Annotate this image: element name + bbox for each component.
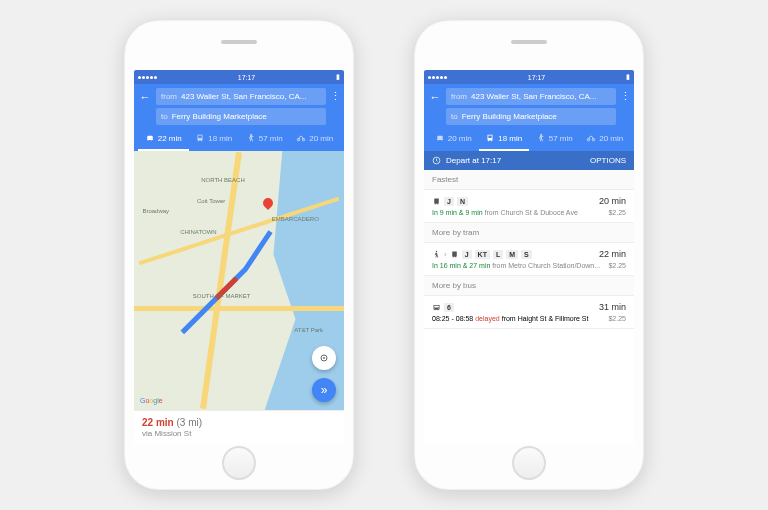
back-button[interactable]: ← [138,91,152,103]
line-badge: N [457,197,468,206]
locate-button[interactable] [312,346,336,370]
line-badge: J [462,250,472,259]
crosshair-icon [318,352,330,364]
map[interactable]: NORTH BEACH Coit Tower CHINATOWN EMBARCA… [134,151,344,410]
walk-icon [536,133,546,143]
chevron-right-icon: › [444,250,447,259]
status-bar: 17:17 ▮ [134,70,344,84]
line-badge: L [493,250,503,259]
from-field[interactable]: from 423 Waller St, San Francisco, CA... [156,88,326,105]
map-label: EMBARCADERO [272,216,319,222]
map-label: SOUTH OF MARKET [193,293,251,299]
bus-icon [432,303,441,312]
to-field[interactable]: to Ferry Building Marketplace [446,108,616,125]
line-badge: KT [475,250,490,259]
line-badge: M [506,250,518,259]
tab-walk[interactable]: 57 min [239,128,290,151]
directions-header: ← from 423 Waller St, San Francisco, CA.… [134,84,344,151]
mode-tabs: 22 min 18 min 57 min 20 min [138,128,340,151]
route-price: $2.25 [608,262,626,269]
bike-icon [586,133,596,143]
tab-car[interactable]: 22 min [138,128,189,151]
route-price: $2.25 [608,315,626,322]
delayed-badge: delayed [475,315,500,322]
train-icon [485,133,495,143]
section-header: Fastest [424,170,634,190]
map-label: AT&T Park [294,327,323,333]
tram-icon [450,250,459,259]
options-button[interactable]: OPTIONS [590,156,626,165]
car-icon [435,133,445,143]
tab-transit[interactable]: 18 min [479,128,530,151]
route-duration: 20 min [599,196,626,206]
map-label: NORTH BEACH [201,177,245,183]
route-duration: 31 min [599,302,626,312]
svg-point-9 [436,250,438,252]
transit-routes-list: Fastest J N 20 min In 9 min & 9 min from… [424,170,634,444]
route-duration: 22 min [599,249,626,259]
chevrons-right-icon: » [321,383,328,397]
back-button[interactable]: ← [428,91,442,103]
mode-tabs: 20 min 18 min 57 min 20 min [428,128,630,151]
overflow-menu-icon[interactable]: ⋮ [330,90,340,103]
transit-options-bar: Depart at 17:17 OPTIONS [424,151,634,170]
route-item[interactable]: › J KT L M S 22 min In 16 min & 27 min f… [424,243,634,276]
tab-car[interactable]: 20 min [428,128,479,151]
route-via: via Mission St [142,429,336,438]
phone-left: 17:17 ▮ ← from 423 Waller St, San Franci… [124,20,354,490]
tab-walk-label: 57 min [259,134,283,143]
route-item[interactable]: J N 20 min In 9 min & 9 min from Church … [424,190,634,223]
walk-icon [246,133,256,143]
map-label: Broadway [142,208,169,214]
map-attribution: Google [140,397,163,404]
depart-from: from Metro Church Station/Down... [492,262,600,269]
depart-time-button[interactable]: Depart at 17:17 [446,156,501,165]
battery-icon: ▮ [336,73,340,81]
tab-bike[interactable]: 20 min [290,128,341,151]
route-summary-card[interactable]: 22 min (3 mi) via Mission St [134,410,344,444]
tab-bike[interactable]: 20 min [580,128,631,151]
status-bar: 17:17 ▮ [424,70,634,84]
route-distance: (3 mi) [176,417,202,428]
depart-from: from Church St & Duboce Ave [485,209,578,216]
car-icon [145,133,155,143]
tab-transit-label: 18 min [208,134,232,143]
line-badge: J [444,197,454,206]
section-header: More by bus [424,276,634,296]
to-field[interactable]: to Ferry Building Marketplace [156,108,326,125]
tram-icon [432,197,441,206]
from-value: 423 Waller St, San Francisco, CA... [181,92,307,101]
depart-times: In 9 min & 9 min [432,209,483,216]
from-label: from [161,92,177,101]
train-icon [195,133,205,143]
route-time: 22 min [142,417,174,428]
svg-point-4 [324,358,325,359]
tab-car-label: 22 min [158,134,182,143]
route-price: $2.25 [608,209,626,216]
battery-icon: ▮ [626,73,630,81]
tab-transit[interactable]: 18 min [189,128,240,151]
bike-icon [296,133,306,143]
route-item[interactable]: 6 31 min 08:25 - 08:58 delayed from Haig… [424,296,634,329]
line-badge: 6 [444,303,454,312]
from-field[interactable]: from 423 Waller St, San Francisco, CA... [446,88,616,105]
depart-times: In 16 min & 27 min [432,262,490,269]
tab-bike-label: 20 min [309,134,333,143]
tab-walk[interactable]: 57 min [529,128,580,151]
phone-right: 17:17 ▮ ← from 423 Waller St, San Franci… [414,20,644,490]
map-label: Coit Tower [197,198,225,204]
time-range: 08:25 - 08:58 [432,315,473,322]
walk-icon [432,250,441,259]
status-time: 17:17 [238,74,256,81]
screen: 17:17 ▮ ← from 423 Waller St, San Franci… [134,70,344,444]
map-label: CHINATOWN [180,229,216,235]
overflow-menu-icon[interactable]: ⋮ [620,90,630,103]
to-value: Ferry Building Marketplace [172,112,267,121]
section-header: More by tram [424,223,634,243]
directions-header: ← from 423 Waller St, San Francisco, CA.… [424,84,634,151]
line-badge: S [521,250,532,259]
start-navigation-button[interactable]: » [312,378,336,402]
to-label: to [161,112,168,121]
screen: 17:17 ▮ ← from 423 Waller St, San Franci… [424,70,634,444]
depart-from: from Haight St & Fillmore St [502,315,589,322]
